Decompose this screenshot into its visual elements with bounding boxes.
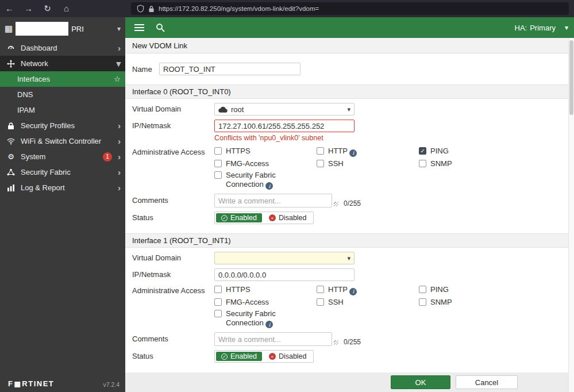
checkbox-item-https[interactable]: HTTPS: [214, 285, 317, 295]
https-checkbox[interactable]: [214, 286, 222, 293]
vdom-row-0: Virtual Domain root ▾: [132, 103, 568, 116]
ssh-checkbox[interactable]: [317, 298, 324, 306]
search-icon[interactable]: [156, 23, 165, 32]
app-header: HA: Primary ▾: [125, 17, 574, 38]
scrollbar[interactable]: [568, 38, 574, 392]
checkbox-item-fmg[interactable]: FMG-Access: [214, 159, 317, 168]
status-disabled-button[interactable]: × Disabled: [264, 213, 312, 222]
snmp-checkbox[interactable]: [419, 160, 426, 167]
back-icon[interactable]: ←: [0, 0, 19, 17]
vdom-cloud-icon: [218, 106, 228, 113]
cancel-button[interactable]: Cancel: [456, 375, 518, 389]
checkbox-item-ping[interactable]: PING: [419, 147, 521, 157]
fmg-checkbox[interactable]: [214, 298, 222, 306]
sidebar-item-network[interactable]: Network ▾: [0, 56, 125, 71]
fortinet-logo: F▦RTINET: [8, 379, 54, 388]
disabled-circle-icon: ×: [269, 214, 276, 221]
admin-access-label: Administrative Access: [132, 285, 214, 297]
comment-input-1[interactable]: [214, 332, 332, 346]
sidebar: ▦ PRI ▾ Dashboard › Network ▾ Interfaces…: [0, 17, 125, 392]
status-label: Status: [132, 351, 214, 362]
sidebar-item-label: DNS: [17, 90, 121, 99]
home-icon[interactable]: ⌂: [57, 0, 76, 17]
checkbox-item-ping[interactable]: PING: [419, 285, 521, 295]
checkbox-item-fmg[interactable]: FMG-Access: [214, 298, 317, 307]
checkbox-item-snmp[interactable]: SNMP: [419, 298, 521, 307]
fabric-checkbox[interactable]: [214, 171, 222, 179]
checkbox-item-ssh[interactable]: SSH: [317, 159, 419, 168]
fmg-checkbox[interactable]: [214, 160, 222, 167]
menu-icon[interactable]: [134, 22, 144, 33]
forward-icon[interactable]: →: [19, 0, 38, 17]
ha-status: HA: Primary: [515, 24, 556, 32]
http-checkbox[interactable]: [317, 286, 324, 293]
ok-button[interactable]: OK: [391, 375, 450, 389]
ping-checkbox[interactable]: [419, 286, 426, 293]
checkbox-item-fabric[interactable]: Security Fabric Connection i: [214, 171, 317, 190]
status-enabled-label: Enabled: [230, 352, 257, 360]
page-title-bar: New VDOM Link: [125, 38, 568, 53]
status-toggle-1: ✓ Enabled × Disabled: [214, 350, 314, 363]
virtual-domain-select-1[interactable]: ▾: [214, 252, 355, 264]
device-selector[interactable]: ▦ PRI ▾: [0, 17, 125, 40]
sidebar-item-wifi-switch[interactable]: WiFi & Switch Controller ›: [0, 133, 125, 149]
fabric-checkbox[interactable]: [214, 310, 222, 317]
checkbox-item-http[interactable]: HTTP i: [317, 147, 419, 157]
ping-checkbox[interactable]: [419, 147, 426, 155]
lock-icon[interactable]: [148, 5, 155, 13]
status-disabled-button[interactable]: × Disabled: [264, 352, 312, 361]
http-checkbox[interactable]: [317, 147, 324, 155]
sidebar-item-security-fabric[interactable]: Security Fabric ›: [0, 164, 125, 180]
resize-handle[interactable]: [334, 202, 338, 206]
comment-counter: 0/255: [344, 199, 361, 207]
checkbox-item-fabric[interactable]: Security Fabric Connection i: [214, 309, 317, 329]
status-enabled-button[interactable]: ✓ Enabled: [216, 213, 262, 222]
info-icon[interactable]: i: [349, 288, 357, 295]
comments-row-0: Comments 0/255: [132, 194, 568, 207]
checkbox-item-snmp[interactable]: SNMP: [419, 159, 521, 168]
favorite-star-icon[interactable]: ☆: [114, 75, 121, 83]
ip-netmask-input-1[interactable]: [214, 268, 355, 281]
sidebar-item-security-profiles[interactable]: Security Profiles ›: [0, 118, 125, 133]
info-icon[interactable]: i: [349, 149, 357, 157]
virtual-domain-select-0[interactable]: root ▾: [214, 103, 355, 116]
version-label: v7.2.4: [103, 381, 120, 388]
sidebar-item-interfaces[interactable]: Interfaces ☆: [0, 71, 125, 87]
checkbox-label: SNMP: [430, 159, 452, 168]
sidebar-item-ipam[interactable]: IPAM: [0, 102, 125, 118]
checkbox-item-ssh[interactable]: SSH: [317, 298, 419, 307]
refresh-icon[interactable]: ↻: [38, 0, 57, 17]
ha-label: HA:: [515, 24, 527, 32]
info-icon[interactable]: i: [265, 321, 273, 328]
ssh-checkbox[interactable]: [317, 160, 324, 167]
sidebar-item-dns[interactable]: DNS: [0, 87, 125, 102]
chevron-right-icon: ›: [118, 137, 121, 145]
comment-field-wrap: [214, 194, 332, 207]
status-enabled-button[interactable]: ✓ Enabled: [216, 352, 262, 361]
sidebar-item-dashboard[interactable]: Dashboard ›: [0, 40, 125, 56]
ip-netmask-input-0[interactable]: [214, 120, 355, 132]
security-fabric-icon: [6, 168, 16, 176]
shield-icon[interactable]: [137, 5, 144, 13]
dashboard-icon: [6, 44, 16, 52]
vdom-link-form: Name Interface 0 (ROOT_TO_INT0) Virtual …: [125, 63, 568, 363]
chevron-right-icon: ›: [118, 183, 121, 192]
interface1-section-header: Interface 1 (ROOT_TO_INT1): [125, 233, 568, 248]
sidebar-item-system[interactable]: ⚙ System 1 ›: [0, 149, 125, 164]
ip-netmask-label: IP/Netmask: [132, 120, 214, 132]
name-input[interactable]: [159, 63, 301, 75]
snmp-checkbox[interactable]: [419, 298, 426, 306]
info-icon[interactable]: i: [265, 182, 273, 190]
vdom-caret-icon[interactable]: ▾: [565, 24, 568, 32]
resize-handle[interactable]: [334, 340, 338, 345]
checkbox-item-https[interactable]: HTTPS: [214, 147, 317, 157]
url-bar[interactable]: https://172.20.82.250/ng/system/vdom-lin…: [131, 2, 569, 15]
https-checkbox[interactable]: [214, 147, 222, 155]
checkbox-item-http[interactable]: HTTP i: [317, 285, 419, 295]
scrollbar-thumb[interactable]: [569, 40, 573, 115]
admin-access-grid-1: HTTPS HTTP i PING FMG-Access SSH: [214, 285, 521, 328]
comment-input-0[interactable]: [214, 194, 332, 207]
comments-row-1: Comments 0/255: [132, 332, 568, 346]
sidebar-item-log-report[interactable]: Log & Report ›: [0, 180, 125, 195]
checkbox-label: SNMP: [430, 298, 452, 307]
